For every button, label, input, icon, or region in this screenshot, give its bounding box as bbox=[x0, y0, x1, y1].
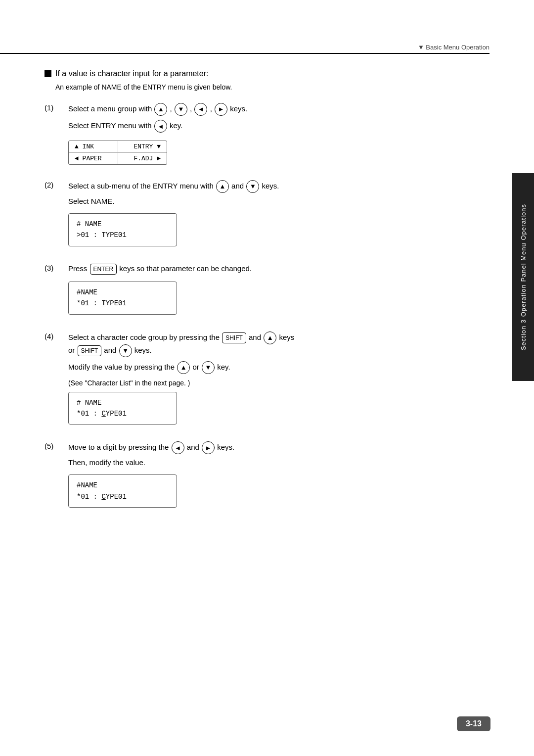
side-tab-text: Section 3 Operation Panel Menu Operation… bbox=[520, 204, 527, 350]
header: ▼ Basic Menu Operation bbox=[0, 44, 534, 54]
entry-row-1: ▲ INK ENTRY ▼ bbox=[69, 141, 167, 153]
display-line-type-4: *01 : CYPE01 bbox=[77, 408, 169, 419]
display-line-name-3: #NAME bbox=[77, 287, 169, 298]
step-3-num: (3) bbox=[44, 263, 58, 272]
step-4-content: Select a character code group by pressin… bbox=[68, 331, 494, 428]
intro-subtitle: An example of NAME of the ENTRY menu is … bbox=[55, 83, 494, 91]
entry-cell-fadj: F.ADJ ► bbox=[118, 153, 167, 164]
display-line-name-5: #NAME bbox=[77, 480, 169, 491]
step-2-num: (2) bbox=[44, 180, 58, 189]
display-line-type-5: *01 : CYPE01 bbox=[77, 491, 169, 502]
header-rule bbox=[0, 53, 490, 54]
intro-heading: If a value is character input for a para… bbox=[44, 69, 494, 78]
intro-title: If a value is character input for a para… bbox=[55, 69, 208, 78]
key-down-4: ▼ bbox=[119, 344, 132, 357]
header-section-label: ▼ Basic Menu Operation bbox=[418, 44, 490, 51]
step-5-sub: Then, modify the value. bbox=[68, 458, 494, 467]
step-2-sub: Select NAME. bbox=[68, 197, 494, 205]
step-3-display: #NAME *01 : TYPE01 bbox=[68, 282, 177, 315]
bullet-icon bbox=[44, 70, 51, 77]
step-1: (1) Select a menu group with ▲ , ▼ , ◄ ,… bbox=[44, 103, 494, 166]
key-enter-badge: ENTER bbox=[90, 264, 117, 275]
key-shift-2: SHIFT bbox=[78, 345, 102, 356]
key-left-1: ◄ bbox=[194, 103, 207, 116]
step-1-display: ▲ INK ENTRY ▼ ◄ PAPER F.ADJ ► bbox=[68, 141, 167, 165]
step-4-paren: (See "Character List" in the next page. … bbox=[68, 379, 494, 387]
key-up-1: ▲ bbox=[154, 103, 167, 116]
entry-cell-entry: ENTRY ▼ bbox=[118, 141, 167, 152]
step-4: (4) Select a character code group by pre… bbox=[44, 331, 494, 428]
key-down-mod: ▼ bbox=[202, 361, 215, 374]
step-5: (5) Move to a digit by pressing the ◄ an… bbox=[44, 441, 494, 511]
page: ▼ Basic Menu Operation Section 3 Operati… bbox=[0, 0, 534, 756]
key-up-4: ▲ bbox=[264, 331, 276, 344]
step-5-content: Move to a digit by pressing the ◄ and ► … bbox=[68, 441, 494, 511]
key-down-2: ▼ bbox=[246, 180, 259, 193]
entry-cell-paper: ◄ PAPER bbox=[69, 153, 118, 164]
step-5-num: (5) bbox=[44, 441, 58, 450]
step-2-text: Select a sub-menu of the ENTRY menu with… bbox=[68, 180, 494, 193]
step-3-text: Press ENTER keys so that parameter can b… bbox=[68, 263, 494, 275]
step-4-num: (4) bbox=[44, 331, 58, 340]
step-2-display: # NAME >01 : TYPE01 bbox=[68, 213, 177, 246]
step-4-modify: Modify the value by pressing the ▲ or ▼ … bbox=[68, 361, 494, 374]
display-line-type-3: *01 : TYPE01 bbox=[77, 298, 169, 309]
key-down-1: ▼ bbox=[175, 103, 187, 116]
display-line-name-2: # NAME bbox=[77, 219, 169, 230]
step-1-content: Select a menu group with ▲ , ▼ , ◄ , ► k… bbox=[68, 103, 494, 166]
step-4-text: Select a character code group by pressin… bbox=[68, 331, 494, 357]
side-tab: Section 3 Operation Panel Menu Operation… bbox=[512, 173, 534, 381]
step-1-num: (1) bbox=[44, 103, 58, 112]
key-up-mod: ▲ bbox=[177, 361, 190, 374]
step-4-display: # NAME *01 : CYPE01 bbox=[68, 392, 177, 425]
key-enter-select: ◄ bbox=[154, 120, 167, 133]
page-number-badge: 3-13 bbox=[457, 716, 490, 731]
step-1-sub: Select ENTRY menu with ◄ key. bbox=[68, 120, 494, 133]
entry-cell-ink: ▲ INK bbox=[69, 141, 118, 152]
main-content: If a value is character input for a para… bbox=[44, 69, 494, 511]
display-line-name-4: # NAME bbox=[77, 397, 169, 408]
key-up-2: ▲ bbox=[216, 180, 229, 193]
step-2-content: Select a sub-menu of the ENTRY menu with… bbox=[68, 180, 494, 249]
key-right-1: ► bbox=[215, 103, 227, 116]
key-shift-1: SHIFT bbox=[222, 332, 246, 343]
entry-row-2: ◄ PAPER F.ADJ ► bbox=[69, 153, 167, 164]
step-3-content: Press ENTER keys so that parameter can b… bbox=[68, 263, 494, 318]
step-2: (2) Select a sub-menu of the ENTRY menu … bbox=[44, 180, 494, 249]
step-5-text: Move to a digit by pressing the ◄ and ► … bbox=[68, 441, 494, 454]
step-1-text: Select a menu group with ▲ , ▼ , ◄ , ► k… bbox=[68, 103, 494, 116]
key-left-5: ◄ bbox=[172, 441, 184, 454]
key-right-5: ► bbox=[202, 441, 215, 454]
display-line-type-2: >01 : TYPE01 bbox=[77, 230, 169, 240]
step-3: (3) Press ENTER keys so that parameter c… bbox=[44, 263, 494, 318]
step-5-display: #NAME *01 : CYPE01 bbox=[68, 474, 177, 508]
